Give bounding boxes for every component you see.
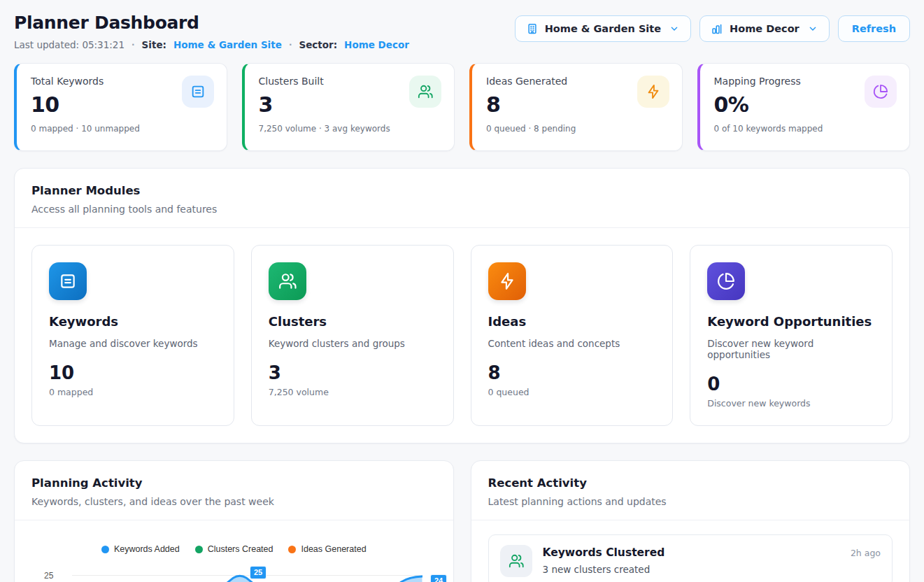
recent-activity-panel: Recent Activity Latest planning actions … (471, 460, 911, 582)
modules-grid: Keywords Manage and discover keywords 10… (15, 228, 909, 443)
section-subtitle: Latest planning actions and updates (488, 496, 893, 507)
module-card-keywords[interactable]: Keywords Manage and discover keywords 10… (31, 245, 234, 426)
module-subtext: 0 queued (488, 387, 656, 397)
area-chart-plot: 25 25 24 (31, 571, 436, 582)
section-subtitle: Keywords, clusters, and ideas over the p… (31, 496, 436, 507)
stat-card-mapping-progress: Mapping Progress 0% 0 of 10 keywords map… (697, 63, 911, 151)
users-icon (409, 76, 441, 108)
chevron-down-icon (807, 23, 818, 34)
bolt-icon (488, 262, 526, 300)
chart-legend: Keywords Added Clusters Created Ideas Ge… (31, 544, 436, 554)
module-subtext: 7,250 volume (269, 387, 436, 397)
refresh-button[interactable]: Refresh (838, 15, 910, 42)
stat-subtext: 0 queued · 8 pending (486, 124, 668, 134)
legend-dot-blue (101, 546, 109, 553)
legend-dot-green (195, 546, 203, 553)
stat-subtext: 0 mapped · 10 unmapped (31, 124, 213, 134)
y-axis-tick: 25 (44, 571, 53, 581)
section-title: Planner Modules (31, 184, 893, 197)
activity-item-keywords-clustered[interactable]: Keywords Clustered 2h ago 3 new clusters… (488, 534, 893, 582)
site-selector-dropdown[interactable]: Home & Garden Site (515, 15, 691, 42)
planning-activity-header: Planning Activity Keywords, clusters, an… (15, 461, 453, 520)
recent-activity-list: Keywords Clustered 2h ago 3 new clusters… (471, 520, 910, 582)
pie-chart-icon (865, 76, 897, 108)
module-value: 10 (49, 362, 217, 383)
data-point-label-right: 24 (430, 574, 447, 582)
section-title: Planning Activity (31, 476, 436, 490)
legend-item-keywords-added: Keywords Added (101, 544, 180, 554)
module-title: Ideas (488, 314, 656, 329)
bottom-row: Planning Activity Keywords, clusters, an… (14, 460, 910, 582)
sector-selector-dropdown[interactable]: Home Decor (699, 15, 830, 42)
bar-chart-icon (711, 22, 723, 35)
chevron-down-icon (669, 23, 680, 34)
module-description: Discover new keyword opportunities (707, 338, 875, 360)
activity-title: Keywords Clustered (543, 546, 665, 559)
module-value: 0 (707, 374, 875, 395)
users-icon (269, 262, 306, 300)
module-card-keyword-opportunities[interactable]: Keyword Opportunities Discover new keywo… (690, 245, 893, 426)
module-title: Clusters (269, 314, 436, 329)
users-icon (500, 545, 532, 577)
stat-card-clusters-built: Clusters Built 3 7,250 volume · 3 avg ke… (242, 63, 455, 151)
planning-activity-panel: Planning Activity Keywords, clusters, an… (14, 460, 454, 582)
data-point-label-peak: 25 (250, 566, 266, 579)
module-subtext: 0 mapped (49, 387, 217, 397)
site-label: Site: (142, 39, 166, 50)
meta-separator: · (289, 40, 292, 50)
module-title: Keyword Opportunities (707, 314, 875, 329)
stat-subtext: 0 of 10 keywords mapped (714, 124, 896, 134)
stat-card-ideas-generated: Ideas Generated 8 0 queued · 8 pending (469, 63, 683, 151)
header-meta: Last updated: 05:31:21 · Site: Home & Ga… (14, 39, 409, 50)
section-subtitle: Access all planning tools and features (31, 204, 893, 215)
sector-selector-value: Home Decor (730, 23, 799, 34)
activity-timestamp: 2h ago (851, 548, 881, 558)
activity-content: Keywords Clustered 2h ago 3 new clusters… (543, 545, 881, 575)
legend-item-ideas-generated: Ideas Generated (288, 544, 366, 554)
module-value: 3 (269, 362, 436, 383)
site-link[interactable]: Home & Garden Site (173, 39, 282, 50)
sector-label: Sector: (299, 39, 337, 50)
module-description: Content ideas and concepts (488, 338, 656, 349)
module-card-ideas[interactable]: Ideas Content ideas and concepts 8 0 que… (471, 245, 674, 426)
building-icon (526, 22, 539, 35)
legend-label: Keywords Added (114, 544, 180, 554)
page-title: Planner Dashboard (14, 13, 409, 33)
pie-chart-icon (707, 262, 745, 300)
legend-dot-orange (288, 546, 296, 553)
last-updated-text: Last updated: 05:31:21 (14, 39, 125, 50)
planner-dashboard-page: Planner Dashboard Last updated: 05:31:21… (0, 0, 924, 582)
activity-description: 3 new clusters created (543, 564, 881, 575)
activity-toprow: Keywords Clustered 2h ago (543, 546, 881, 559)
stats-row: Total Keywords 10 0 mapped · 10 unmapped… (14, 63, 910, 151)
stat-card-total-keywords: Total Keywords 10 0 mapped · 10 unmapped (14, 63, 227, 151)
site-selector-value: Home & Garden Site (545, 23, 661, 34)
keywords-added-series (72, 571, 422, 582)
page-header: Planner Dashboard Last updated: 05:31:21… (14, 13, 910, 50)
bolt-icon (637, 76, 669, 108)
activity-chart: Keywords Added Clusters Created Ideas Ge… (15, 520, 453, 582)
header-controls: Home & Garden Site Home Decor Refresh (515, 15, 910, 42)
module-subtext: Discover new keywords (707, 398, 875, 409)
document-icon (182, 76, 214, 108)
sector-link[interactable]: Home Decor (344, 39, 409, 50)
planner-modules-header: Planner Modules Access all planning tool… (15, 169, 909, 228)
module-description: Keyword clusters and groups (269, 338, 436, 349)
legend-label: Ideas Generated (301, 544, 366, 554)
meta-separator: · (132, 40, 135, 50)
module-title: Keywords (49, 314, 217, 329)
module-description: Manage and discover keywords (49, 338, 217, 349)
header-left: Planner Dashboard Last updated: 05:31:21… (14, 13, 409, 50)
stat-subtext: 7,250 volume · 3 avg keywords (259, 124, 441, 134)
legend-item-clusters-created: Clusters Created (195, 544, 273, 554)
recent-activity-header: Recent Activity Latest planning actions … (471, 461, 910, 520)
legend-label: Clusters Created (208, 544, 273, 554)
planner-modules-panel: Planner Modules Access all planning tool… (14, 168, 910, 443)
document-icon (49, 262, 87, 300)
module-value: 8 (488, 362, 656, 383)
module-card-clusters[interactable]: Clusters Keyword clusters and groups 3 7… (251, 245, 454, 426)
section-title: Recent Activity (488, 476, 893, 490)
